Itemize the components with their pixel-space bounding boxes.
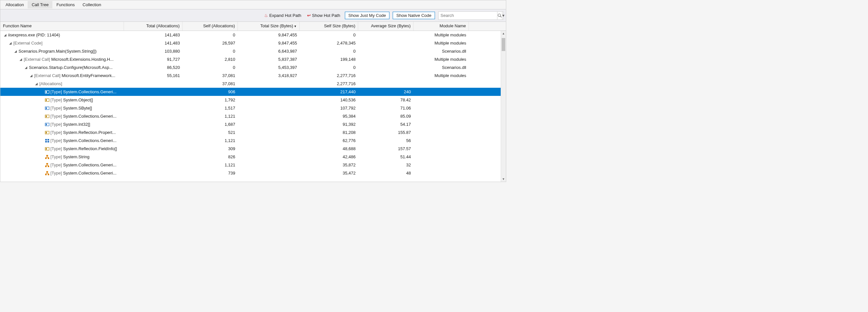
col-avg-size[interactable]: Average Size (Bytes) [358, 22, 413, 31]
function-name-cell: ◢[External Code] [0, 41, 124, 45]
function-name-cell: [Type] System.Collections.Generi... [0, 90, 124, 95]
tree-row[interactable]: ◢Scenarios.Program.Main(System.String[])… [0, 47, 501, 55]
scroll-up-icon[interactable]: ▲ [501, 31, 506, 36]
cell-self_alloc: 0 [183, 65, 238, 70]
tree-row[interactable]: [Type] System.Collections.Generi...1,121… [0, 112, 501, 120]
collapse-icon[interactable]: ◢ [24, 66, 28, 69]
function-name-text: [Type] System.Int32[] [51, 122, 90, 127]
svg-line-1 [500, 16, 502, 17]
tree-row[interactable]: [Type] System.Collections.Generi...73935… [0, 169, 501, 177]
cell-total_alloc: 141,483 [124, 33, 183, 37]
show-just-my-code-button[interactable]: Show Just My Code [345, 12, 390, 19]
collapse-icon[interactable]: ◢ [8, 41, 13, 45]
tree-row[interactable]: ◢[External Call] Microsoft.Extensions.Ho… [0, 55, 501, 63]
cell-avg_size: 51.44 [358, 154, 413, 159]
scroll-down-icon[interactable]: ▼ [501, 176, 506, 182]
tree-row[interactable]: ◢Scenarios.Startup.Configure(Microsoft.A… [0, 63, 501, 71]
cell-total_size: 6,643,987 [238, 49, 300, 54]
col-function-name[interactable]: Function Name [0, 22, 124, 31]
cell-total_size: 5,453,397 [238, 65, 300, 70]
type-icon [44, 114, 50, 119]
cell-self_alloc: 521 [183, 130, 238, 135]
expand-hot-path-link[interactable]: ♨ Expand Hot Path [263, 12, 303, 19]
cell-avg_size: 78.42 [358, 98, 413, 102]
function-name-text: Scenarios.Startup.Configure(Microsoft.As… [29, 65, 113, 70]
function-name-cell: [Type] System.Int32[] [0, 122, 124, 127]
svg-rect-27 [45, 174, 46, 175]
cell-self_size: 35,472 [300, 171, 358, 175]
col-self-size[interactable]: Self Size (Bytes) [300, 22, 358, 31]
tab-call-tree[interactable]: Call Tree [28, 1, 52, 8]
grid-body: ◢iisexpress.exe (PID: 11404)141,48309,84… [0, 31, 501, 182]
tree-row[interactable]: [Type] System.SByte[]1,517107,79271.06 [0, 104, 501, 112]
cell-self_alloc: 1,687 [183, 122, 238, 127]
tree-row[interactable]: [Type] System.String82642,48651.44 [0, 153, 501, 161]
svg-point-0 [498, 14, 501, 16]
collapse-icon[interactable]: ◢ [13, 49, 18, 53]
tree-row[interactable]: ◢[External Call] Microsoft.EntityFramewo… [0, 71, 501, 80]
tab-functions[interactable]: Functions [52, 1, 79, 8]
svg-rect-15 [48, 139, 49, 140]
svg-rect-28 [48, 174, 49, 175]
search-dropdown-icon[interactable]: ▾ [502, 12, 505, 20]
collapse-icon[interactable]: ◢ [34, 82, 39, 85]
function-name-cell: ◢[External Call] Microsoft.EntityFramewo… [0, 73, 124, 78]
cell-avg_size: 56 [358, 138, 413, 143]
cell-self_size: 62,776 [300, 138, 358, 143]
tree-row[interactable]: ◢iisexpress.exe (PID: 11404)141,48309,84… [0, 31, 501, 39]
cell-total_size: 9,847,455 [238, 33, 300, 37]
col-module-name[interactable]: Module Name [413, 22, 469, 31]
col-self-allocations[interactable]: Self (Allocations) [183, 22, 238, 31]
cell-self_size: 0 [300, 49, 358, 54]
col-total-size-label: Total Size (Bytes) [260, 24, 293, 28]
function-name-text: [Type] System.SByte[] [51, 106, 92, 110]
cell-avg_size: 155.87 [358, 130, 413, 135]
tree-row[interactable]: ◢[External Code]141,48326,5979,847,4552,… [0, 39, 501, 47]
col-total-allocations[interactable]: Total (Allocations) [124, 22, 183, 31]
tree-row[interactable]: [Type] System.Int32[]1,68791,39254.17 [0, 120, 501, 128]
cell-total_alloc: 55,161 [124, 73, 183, 78]
tree-row[interactable]: ◢[Allocations]37,0812,277,716 [0, 80, 501, 88]
cell-self_alloc: 739 [183, 171, 238, 175]
col-total-size[interactable]: Total Size (Bytes)▼ [238, 22, 300, 31]
cell-total_size: 9,847,455 [238, 41, 300, 45]
tab-collection[interactable]: Collection [79, 1, 105, 8]
cell-self_alloc: 1,792 [183, 98, 238, 102]
cell-avg_size: 54.17 [358, 122, 413, 127]
function-name-cell: [Type] System.Object[] [0, 98, 124, 103]
function-name-cell: ◢iisexpress.exe (PID: 11404) [0, 33, 124, 37]
toolbar: ♨ Expand Hot Path ↩ Show Hot Path Show J… [0, 9, 506, 22]
type-icon [44, 98, 50, 103]
svg-rect-11 [46, 124, 47, 125]
svg-rect-13 [46, 132, 47, 133]
scroll-thumb[interactable] [502, 38, 505, 51]
cell-self_size: 91,392 [300, 122, 358, 127]
cell-self_alloc: 826 [183, 154, 238, 159]
type-icon [44, 163, 50, 168]
tree-row[interactable]: [Type] System.Collections.Generi...1,121… [0, 161, 501, 169]
cell-avg_size: 48 [358, 171, 413, 175]
collapse-icon[interactable]: ◢ [3, 33, 7, 37]
function-name-text: [External Call] Microsoft.EntityFramewor… [34, 73, 115, 78]
tree-row[interactable]: [Type] System.Collections.Generi...1,121… [0, 137, 501, 145]
tree-row[interactable]: [Type] System.Reflection.FieldInfo[]3094… [0, 145, 501, 153]
scrollbar-vertical[interactable]: ▲ ▼ [501, 31, 506, 182]
search-input[interactable] [439, 13, 497, 18]
cell-avg_size: 240 [358, 90, 413, 94]
svg-rect-25 [48, 166, 49, 167]
show-hot-path-link[interactable]: ↩ Show Hot Path [306, 12, 342, 19]
cell-self_size: 48,688 [300, 146, 358, 151]
tree-row[interactable]: [Type] System.Reflection.Propert...52181… [0, 128, 501, 137]
tree-row[interactable]: [Type] System.Object[]1,792140,53678.42 [0, 96, 501, 104]
cell-self_size: 2,478,345 [300, 41, 358, 45]
tab-allocation[interactable]: Allocation [2, 1, 28, 8]
search-icon[interactable] [497, 12, 502, 20]
sort-indicator-icon: ▼ [294, 25, 297, 28]
cell-avg_size: 85.09 [358, 114, 413, 118]
svg-rect-22 [48, 157, 49, 159]
tree-row[interactable]: [Type] System.Collections.Generi...90621… [0, 88, 501, 96]
cell-avg_size: 71.06 [358, 106, 413, 110]
show-native-code-button[interactable]: Show Native Code [393, 12, 435, 19]
collapse-icon[interactable]: ◢ [19, 58, 23, 61]
collapse-icon[interactable]: ◢ [29, 74, 33, 77]
